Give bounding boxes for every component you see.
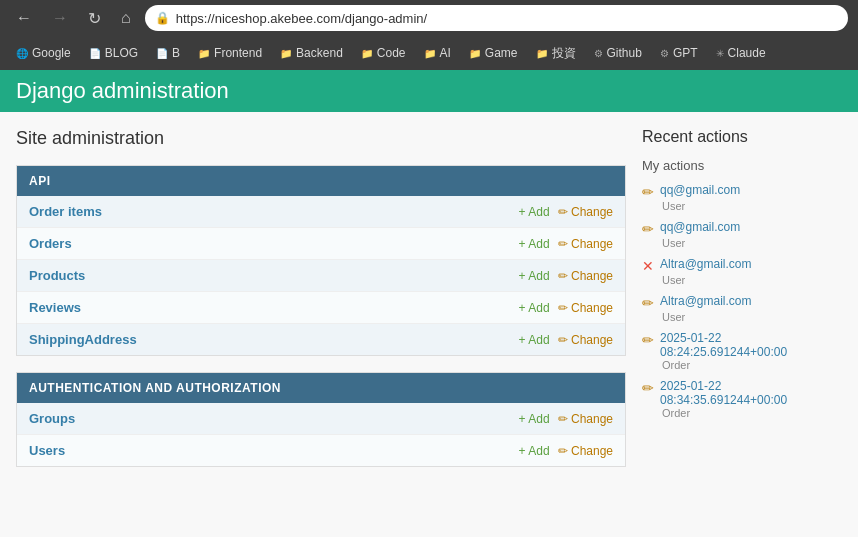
bookmark-label-invest: 投資: [552, 45, 576, 62]
groups-link[interactable]: Groups: [29, 411, 519, 426]
action-type-5: Order: [662, 359, 842, 371]
bookmark-icon-b: 📄: [156, 48, 168, 59]
bookmark-icon-github: ⚙: [594, 48, 603, 59]
reviews-link[interactable]: Reviews: [29, 300, 519, 315]
bookmark-gpt[interactable]: ⚙ GPT: [652, 43, 706, 63]
bookmark-label-game: Game: [485, 46, 518, 60]
orders-add-button[interactable]: + Add: [519, 237, 550, 251]
users-change-button[interactable]: ✏ Change: [558, 444, 613, 458]
main-content: Site administration API Order items + Ad…: [16, 128, 626, 483]
action-item-row: ✏ 2025-01-22 08:34:35.691244+00:00: [642, 379, 842, 407]
products-add-button[interactable]: + Add: [519, 269, 550, 283]
bookmark-b[interactable]: 📄 B: [148, 43, 188, 63]
reviews-actions: + Add ✏ Change: [519, 301, 613, 315]
table-row: Reviews + Add ✏ Change: [17, 292, 625, 324]
groups-change-button[interactable]: ✏ Change: [558, 412, 613, 426]
action-type-1: User: [662, 200, 842, 212]
django-admin-page: Django administration Site administratio…: [0, 70, 858, 537]
action-item-row: ✏ qq@gmail.com: [642, 183, 842, 200]
bookmark-claude[interactable]: ✳ Claude: [708, 43, 774, 63]
browser-chrome: ← → ↻ ⌂ 🔒 https://niceshop.akebee.com/dj…: [0, 0, 858, 70]
bookmark-label-google: Google: [32, 46, 71, 60]
bookmark-game[interactable]: 📁 Game: [461, 43, 526, 63]
action-item-row: ✕ Altra@gmail.com: [642, 257, 842, 274]
home-button[interactable]: ⌂: [115, 7, 137, 29]
shipping-address-change-button[interactable]: ✏ Change: [558, 333, 613, 347]
edit-icon: ✏: [642, 184, 654, 200]
bookmark-google[interactable]: 🌐 Google: [8, 43, 79, 63]
django-content: Site administration API Order items + Ad…: [0, 112, 858, 499]
bookmark-label-b: B: [172, 46, 180, 60]
action-item-row: ✏ 2025-01-22 08:24:25.691244+00:00: [642, 331, 842, 359]
bookmark-icon-invest: 📁: [536, 48, 548, 59]
delete-icon: ✕: [642, 258, 654, 274]
table-row: Groups + Add ✏ Change: [17, 403, 625, 435]
bookmark-icon-google: 🌐: [16, 48, 28, 59]
django-header: Django administration: [0, 70, 858, 112]
back-button[interactable]: ←: [10, 7, 38, 29]
bookmark-label-frontend: Frontend: [214, 46, 262, 60]
action-order-link-2[interactable]: 2025-01-22 08:34:35.691244+00:00: [660, 379, 842, 407]
action-qq-link-2[interactable]: qq@gmail.com: [660, 220, 740, 234]
order-items-add-button[interactable]: + Add: [519, 205, 550, 219]
bookmarks-bar: 🌐 Google 📄 BLOG 📄 B 📁 Frontend 📁 Backend…: [0, 36, 858, 70]
bookmark-blog[interactable]: 📄 BLOG: [81, 43, 146, 63]
products-link[interactable]: Products: [29, 268, 519, 283]
bookmark-frontend[interactable]: 📁 Frontend: [190, 43, 270, 63]
recent-actions-title: Recent actions: [642, 128, 842, 146]
list-item: ✏ qq@gmail.com User: [642, 220, 842, 249]
shipping-address-add-button[interactable]: + Add: [519, 333, 550, 347]
edit-icon: ✏: [642, 221, 654, 237]
products-change-button[interactable]: ✏ Change: [558, 269, 613, 283]
order-items-actions: + Add ✏ Change: [519, 205, 613, 219]
action-altra-link-1[interactable]: Altra@gmail.com: [660, 257, 752, 271]
action-qq-link-1[interactable]: qq@gmail.com: [660, 183, 740, 197]
bookmark-label-code: Code: [377, 46, 406, 60]
orders-link[interactable]: Orders: [29, 236, 519, 251]
table-row: Products + Add ✏ Change: [17, 260, 625, 292]
address-bar[interactable]: 🔒 https://niceshop.akebee.com/django-adm…: [145, 5, 848, 31]
order-items-change-button[interactable]: ✏ Change: [558, 205, 613, 219]
groups-add-button[interactable]: + Add: [519, 412, 550, 426]
users-link[interactable]: Users: [29, 443, 519, 458]
bookmark-invest[interactable]: 📁 投資: [528, 42, 584, 65]
order-items-link[interactable]: Order items: [29, 204, 519, 219]
reviews-add-button[interactable]: + Add: [519, 301, 550, 315]
users-add-button[interactable]: + Add: [519, 444, 550, 458]
bookmark-backend[interactable]: 📁 Backend: [272, 43, 351, 63]
url-text: https://niceshop.akebee.com/django-admin…: [176, 11, 838, 26]
bookmark-icon-code: 📁: [361, 48, 373, 59]
users-actions: + Add ✏ Change: [519, 444, 613, 458]
table-row: Orders + Add ✏ Change: [17, 228, 625, 260]
shipping-address-actions: + Add ✏ Change: [519, 333, 613, 347]
action-item-row: ✏ Altra@gmail.com: [642, 294, 842, 311]
list-item: ✏ 2025-01-22 08:24:25.691244+00:00 Order: [642, 331, 842, 371]
auth-section-header: AUTHENTICATION AND AUTHORIZATION: [17, 373, 625, 403]
list-item: ✏ Altra@gmail.com User: [642, 294, 842, 323]
recent-actions-sidebar: Recent actions My actions ✏ qq@gmail.com…: [642, 128, 842, 483]
action-order-link-1[interactable]: 2025-01-22 08:24:25.691244+00:00: [660, 331, 842, 359]
forward-button[interactable]: →: [46, 7, 74, 29]
bookmark-github[interactable]: ⚙ Github: [586, 43, 650, 63]
bookmark-icon-blog: 📄: [89, 48, 101, 59]
bookmark-code[interactable]: 📁 Code: [353, 43, 414, 63]
list-item: ✏ qq@gmail.com User: [642, 183, 842, 212]
action-altra-link-2[interactable]: Altra@gmail.com: [660, 294, 752, 308]
django-title: Django administration: [16, 78, 842, 104]
bookmark-ai[interactable]: 📁 AI: [416, 43, 459, 63]
edit-icon: ✏: [642, 380, 654, 396]
products-actions: + Add ✏ Change: [519, 269, 613, 283]
site-admin-title: Site administration: [16, 128, 626, 149]
my-actions-title: My actions: [642, 158, 842, 173]
action-type-4: User: [662, 311, 842, 323]
bookmark-label-blog: BLOG: [105, 46, 138, 60]
reviews-change-button[interactable]: ✏ Change: [558, 301, 613, 315]
reload-button[interactable]: ↻: [82, 7, 107, 30]
orders-change-button[interactable]: ✏ Change: [558, 237, 613, 251]
bookmark-icon-backend: 📁: [280, 48, 292, 59]
shipping-address-link[interactable]: ShippingAddress: [29, 332, 519, 347]
bookmark-label-github: Github: [607, 46, 642, 60]
action-item-row: ✏ qq@gmail.com: [642, 220, 842, 237]
action-type-3: User: [662, 274, 842, 286]
groups-actions: + Add ✏ Change: [519, 412, 613, 426]
